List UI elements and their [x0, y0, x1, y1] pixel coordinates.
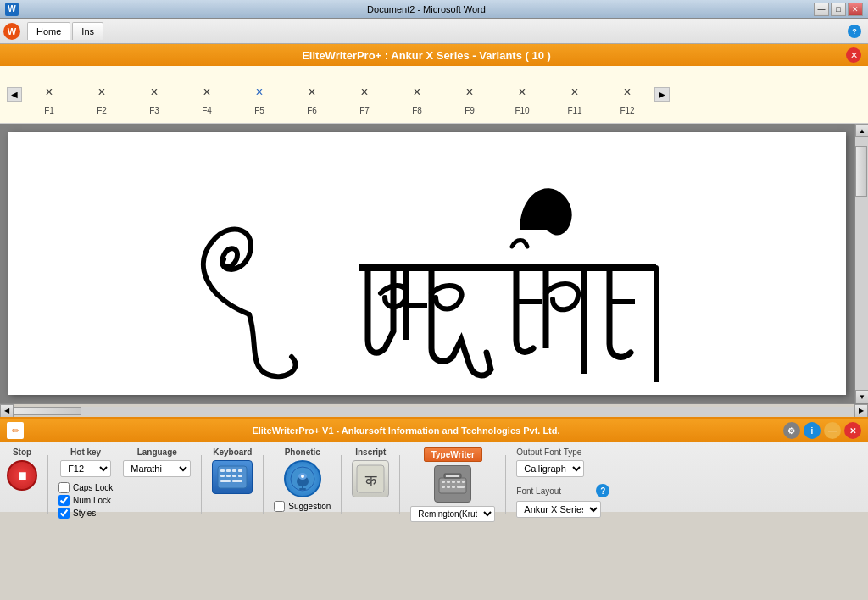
info-icon[interactable]: i [804, 422, 821, 439]
divider-6 [505, 455, 506, 514]
hotkey-select[interactable]: F12 F11 F10 [60, 460, 111, 477]
svg-rect-21 [447, 481, 450, 483]
suggestion-checkbox[interactable] [274, 501, 285, 512]
num-lock-label: Num Lock [73, 496, 111, 505]
elite-header: ✏ EliteWriterPro+ V1 - Ankursoft Informa… [0, 419, 868, 442]
scroll-down-button[interactable]: ▼ [855, 390, 868, 403]
document-content [8, 132, 846, 395]
scroll-up-button[interactable]: ▲ [855, 124, 868, 137]
scroll-thumb[interactable] [855, 146, 867, 197]
elite-header-text: EliteWriterPro+ V1 - Ankursoft Informati… [252, 425, 559, 436]
variant-item-f7[interactable]: ₓ F7 [339, 69, 390, 119]
svg-rect-26 [447, 486, 450, 488]
inscript-icon[interactable]: क [352, 460, 389, 497]
svg-rect-22 [452, 481, 455, 483]
svg-rect-2 [220, 469, 225, 472]
variant-item-f6[interactable]: ₓ F6 [287, 69, 337, 119]
variant-item-f9[interactable]: ₓ F9 [444, 69, 495, 119]
suggestion-row: Suggestion [274, 501, 331, 512]
panel-minimize-icon[interactable]: — [824, 422, 841, 439]
phonetic-section: Phonetic Suggestion [274, 447, 331, 512]
variant-item-f3[interactable]: ₓ F3 [129, 69, 180, 119]
language-select[interactable]: Marathi Hindi Sanskrit [123, 460, 191, 477]
variant-item-f5[interactable]: ₓ F5 [234, 69, 285, 119]
vertical-scrollbar[interactable]: ▲ ▼ [854, 124, 868, 403]
svg-rect-24 [462, 481, 465, 483]
styles-checkbox[interactable] [58, 508, 70, 519]
h-scroll-thumb[interactable] [14, 407, 81, 415]
variant-item-f4[interactable]: ₓ F4 [181, 69, 232, 119]
elite-body: Stop ⏹ Hot key F12 F11 F10 Caps Lock Num… [0, 442, 868, 527]
svg-rect-7 [226, 475, 231, 477]
caps-lock-checkbox[interactable] [58, 482, 70, 493]
variant-item-f2[interactable]: ₓ F2 [76, 69, 127, 119]
minimize-button[interactable]: — [814, 3, 829, 16]
svg-rect-23 [457, 481, 460, 483]
divider-2 [201, 455, 202, 514]
caps-lock-row: Caps Lock [58, 482, 113, 493]
stop-label: Stop [13, 447, 31, 457]
num-lock-row: Num Lock [58, 495, 113, 506]
maximize-button[interactable]: □ [831, 3, 846, 16]
window-controls: — □ ✕ [814, 3, 863, 16]
close-button[interactable]: ✕ [848, 3, 863, 16]
output-section: Output Font Type Calligraphy Normal Deco… [516, 447, 609, 518]
caps-lock-label: Caps Lock [73, 483, 113, 492]
variant-title: EliteWriterPro+ : Ankur X Series - Varia… [7, 49, 846, 62]
keyboard-icon[interactable] [212, 460, 253, 494]
scroll-track [855, 137, 868, 390]
svg-rect-30 [446, 475, 459, 477]
typewriter-icon[interactable] [434, 465, 471, 503]
output-font-type-label: Output Font Type [516, 447, 581, 457]
language-section: Language Marathi Hindi Sanskrit [123, 447, 191, 477]
ribbon: W Home Ins ? [0, 19, 868, 44]
remington-select[interactable]: Remington(KrutiDev) Remington(Mangal) [410, 506, 495, 522]
stop-button[interactable]: ⏹ [7, 460, 37, 491]
panel-close-icon[interactable]: ✕ [844, 422, 861, 439]
variant-item-f1[interactable]: ₓ F1 [24, 69, 75, 119]
variant-item-f12[interactable]: ₓ F12 [602, 69, 653, 119]
font-layout-select[interactable]: Ankur X Series Ankur Series Shivaji [516, 501, 601, 518]
styles-row: Styles [58, 508, 113, 519]
document-area: ▲ ▼ [0, 124, 868, 403]
num-lock-checkbox[interactable] [58, 495, 70, 506]
elite-header-icons: ⚙ i — ✕ [783, 422, 861, 439]
svg-rect-28 [457, 486, 465, 488]
phonetic-icon[interactable] [284, 460, 321, 497]
h-scroll-track [14, 407, 854, 415]
scroll-left-button[interactable]: ◀ [0, 404, 14, 418]
divider-3 [263, 455, 264, 514]
output-font-type-select[interactable]: Calligraphy Normal Decorative [516, 460, 584, 477]
variant-item-f11[interactable]: ₓ F11 [549, 69, 600, 119]
variant-nav-left[interactable]: ◀ [7, 87, 22, 102]
svg-rect-5 [238, 469, 242, 472]
svg-rect-11 [232, 480, 242, 482]
variant-item-f10[interactable]: ₓ F10 [497, 69, 548, 119]
svg-rect-10 [220, 480, 231, 482]
variant-nav-right[interactable]: ▶ [654, 87, 670, 102]
hotkey-section: Hot key F12 F11 F10 Caps Lock Num Lock S… [58, 447, 113, 519]
variant-item-f8[interactable]: ₓ F8 [392, 69, 442, 119]
title-bar: W Document2 - Microsoft Word — □ ✕ [0, 0, 868, 19]
scroll-right-button[interactable]: ▶ [854, 404, 868, 418]
font-layout-help-button[interactable]: ? [596, 484, 609, 497]
svg-rect-20 [442, 481, 445, 483]
variant-close-button[interactable]: ✕ [846, 47, 861, 63]
keyboard-section: Keyboard [212, 447, 253, 494]
tab-home[interactable]: Home [27, 22, 70, 40]
horizontal-scrollbar[interactable]: ◀ ▶ [0, 403, 868, 417]
document-page [8, 132, 846, 395]
font-layout-label: Font Layout [516, 486, 561, 496]
divider-4 [341, 455, 342, 514]
typewriter-button[interactable]: TypeWriter [424, 447, 482, 462]
window-title: Document2 - Microsoft Word [39, 4, 814, 14]
svg-rect-27 [452, 486, 455, 488]
tab-insert[interactable]: Ins [72, 22, 103, 40]
typewriter-section: TypeWriter Remington( [410, 447, 495, 522]
settings-icon[interactable]: ⚙ [783, 422, 800, 439]
svg-rect-9 [238, 475, 242, 477]
output-font-type-row: Output Font Type [516, 447, 609, 457]
svg-rect-16 [299, 488, 306, 490]
svg-text:क: क [364, 472, 377, 489]
calligraphy-svg [181, 145, 673, 382]
